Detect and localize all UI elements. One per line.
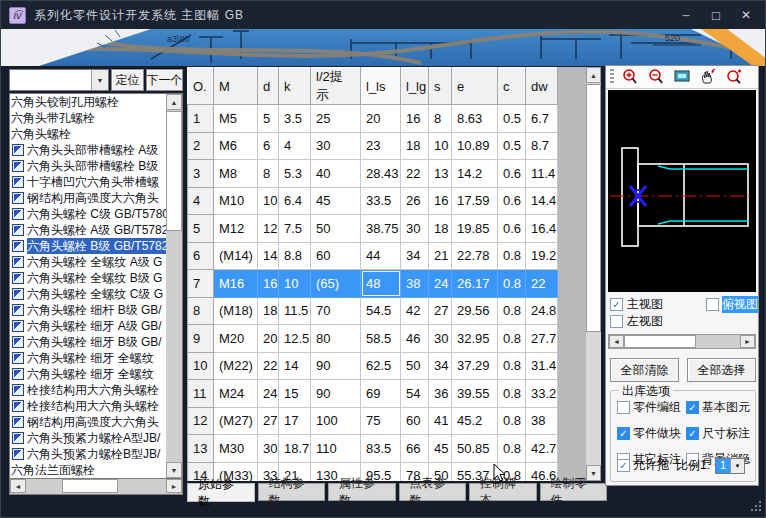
list-item[interactable]: 六角头螺栓 细牙 B级 GB/ <box>10 334 167 350</box>
row-number-cell[interactable]: 2 <box>188 132 214 160</box>
chevron-down-icon[interactable] <box>91 70 108 90</box>
list-item[interactable]: 六角头螺栓 细牙 全螺纹 <box>10 350 167 366</box>
table-cell[interactable]: 44 <box>361 242 401 270</box>
table-cell[interactable]: 19.2 <box>526 242 558 270</box>
row-number-cell[interactable]: 7 <box>188 270 214 298</box>
scrollbar-thumb[interactable] <box>62 479 118 493</box>
list-item[interactable]: 六角头铰制孔用螺栓 <box>10 94 167 110</box>
list-item[interactable]: 栓接结构用大六角头螺栓 <box>10 382 167 398</box>
option-checkbox[interactable] <box>686 401 699 414</box>
table-vertical-scrollbar[interactable] <box>586 67 601 481</box>
tab[interactable]: 结构参数 <box>258 483 326 501</box>
table-cell[interactable]: 28.43 <box>361 160 401 188</box>
table-cell[interactable]: 20 <box>361 105 401 133</box>
table-cell[interactable]: 18.7 <box>279 435 311 463</box>
chevron-down-icon[interactable] <box>730 459 744 473</box>
minimize-icon[interactable] <box>673 5 699 25</box>
fit-view-icon[interactable] <box>672 68 692 86</box>
table-cell[interactable]: 30 <box>258 435 279 463</box>
clear-all-button[interactable]: 全部清除 <box>610 358 679 382</box>
table-cell[interactable]: 18 <box>401 132 429 160</box>
table-cell[interactable]: 38 <box>401 270 429 298</box>
table-cell[interactable]: 45 <box>311 187 361 215</box>
search-input[interactable] <box>10 70 91 90</box>
scroll-up-icon[interactable] <box>166 94 182 110</box>
table-cell[interactable]: 90 <box>311 380 361 408</box>
table-cell[interactable]: 8.63 <box>452 105 498 133</box>
table-cell[interactable]: 39.55 <box>452 380 498 408</box>
table-cell[interactable]: 25 <box>311 105 361 133</box>
table-cell[interactable]: M6 <box>214 132 258 160</box>
list-item[interactable]: 六角头带孔螺栓 <box>10 110 167 126</box>
table-cell[interactable]: 33.5 <box>361 187 401 215</box>
table-cell[interactable]: 5 <box>258 105 279 133</box>
list-item[interactable]: 栓接结构用大六角头螺栓 <box>10 398 167 414</box>
table-cell[interactable]: 42 <box>401 297 429 325</box>
table-cell[interactable]: 50 <box>401 352 429 380</box>
list-item[interactable]: 钢结构用高强度大六角头 <box>10 190 167 206</box>
tab[interactable]: 绘制零件 <box>540 483 608 501</box>
table-cell[interactable]: 30 <box>429 325 452 353</box>
zoom-window-icon[interactable] <box>724 68 744 86</box>
table-cell[interactable]: 17 <box>279 407 311 435</box>
list-item[interactable]: 六角头螺栓 C级 GB/T5780 <box>10 206 167 222</box>
column-header[interactable]: M <box>214 68 258 105</box>
table-cell[interactable]: 100 <box>311 407 361 435</box>
table-cell[interactable]: 0.8 <box>498 242 526 270</box>
table-cell[interactable]: 14.2 <box>452 160 498 188</box>
row-number-cell[interactable]: 12 <box>188 407 214 435</box>
table-cell[interactable]: (M22) <box>214 352 258 380</box>
table-cell[interactable]: 110 <box>311 435 361 463</box>
column-header[interactable]: d <box>258 68 279 105</box>
column-header[interactable]: dw <box>526 68 558 105</box>
table-cell[interactable]: M5 <box>214 105 258 133</box>
table-cell[interactable]: 16.4 <box>526 215 558 243</box>
table-cell[interactable]: 34 <box>429 352 452 380</box>
table-cell[interactable]: 21 <box>429 242 452 270</box>
list-item[interactable]: 六角头螺栓 全螺纹 A级 G <box>10 254 167 270</box>
table-cell[interactable]: 27.7 <box>526 325 558 353</box>
next-button[interactable]: 下一个 <box>146 69 183 91</box>
table-cell[interactable]: 24 <box>429 270 452 298</box>
table-cell[interactable]: 26 <box>401 187 429 215</box>
table-cell[interactable]: 66 <box>401 435 429 463</box>
table-cell[interactable]: M30 <box>214 435 258 463</box>
toolbar-handle[interactable] <box>610 69 614 85</box>
table-cell[interactable]: M8 <box>214 160 258 188</box>
scrollbar-thumb[interactable] <box>586 84 601 332</box>
table-cell[interactable]: 0.8 <box>498 407 526 435</box>
table-cell[interactable]: 7.5 <box>279 215 311 243</box>
table-cell[interactable]: M10 <box>214 187 258 215</box>
table-cell[interactable]: 45 <box>429 435 452 463</box>
table-cell[interactable]: 8 <box>258 160 279 188</box>
table-cell[interactable]: 8 <box>429 105 452 133</box>
table-cell[interactable]: 38.75 <box>361 215 401 243</box>
pan-hand-icon[interactable] <box>698 68 718 86</box>
row-number-cell[interactable]: 9 <box>188 325 214 353</box>
table-cell[interactable]: 16 <box>401 105 429 133</box>
table-cell[interactable]: 50.85 <box>452 435 498 463</box>
table-cell[interactable]: 13 <box>429 160 452 188</box>
row-number-cell[interactable]: 6 <box>188 242 214 270</box>
table-cell[interactable]: 6 <box>258 132 279 160</box>
table-cell[interactable]: 17.59 <box>452 187 498 215</box>
table-cell[interactable]: 11.5 <box>279 297 311 325</box>
table-cell[interactable]: 0.8 <box>498 380 526 408</box>
row-number-cell[interactable]: 3 <box>188 160 214 188</box>
table-cell[interactable]: 11.4 <box>526 160 558 188</box>
select-all-button[interactable]: 全部选择 <box>687 358 756 382</box>
table-cell[interactable]: 16 <box>429 187 452 215</box>
column-header[interactable]: O. <box>188 68 214 105</box>
table-cell[interactable]: 22.78 <box>452 242 498 270</box>
list-item[interactable]: 六角头螺栓 全螺纹 B级 G <box>10 270 167 286</box>
table-cell[interactable]: 0.6 <box>498 215 526 243</box>
table-cell[interactable]: 30 <box>401 215 429 243</box>
table-cell[interactable]: 41 <box>429 407 452 435</box>
table-cell[interactable]: 14 <box>279 352 311 380</box>
table-cell[interactable]: 34 <box>401 242 429 270</box>
table-cell[interactable]: 33.2 <box>526 380 558 408</box>
table-cell[interactable]: M16 <box>214 270 258 298</box>
locate-button[interactable]: 定位 <box>111 69 144 91</box>
table-cell[interactable]: 22 <box>526 270 558 298</box>
table-cell[interactable]: 0.5 <box>498 132 526 160</box>
